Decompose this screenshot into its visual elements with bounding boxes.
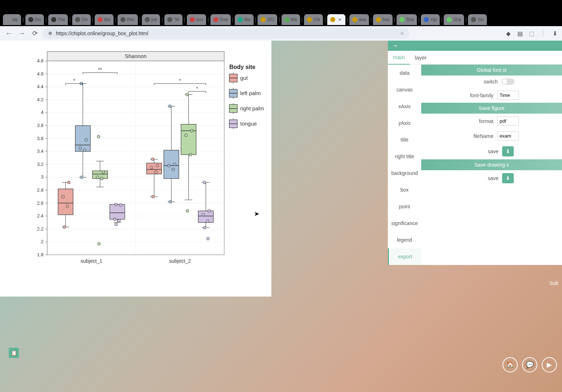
extension-icon[interactable]: ◆ bbox=[505, 30, 512, 37]
bilibili-fab[interactable]: ▶ bbox=[542, 357, 557, 372]
browser-tab[interactable]: Sha bbox=[444, 14, 464, 25]
svg-text:*: * bbox=[179, 78, 181, 83]
favicon-icon bbox=[98, 17, 103, 22]
font-family-select[interactable] bbox=[497, 91, 519, 100]
browser-tab[interactable]: Dis bbox=[25, 14, 44, 25]
sidemenu-title[interactable]: title bbox=[388, 131, 421, 148]
back-button[interactable]: ← bbox=[4, 28, 14, 38]
reader-icon[interactable]: ▤ bbox=[516, 30, 524, 37]
star-icon[interactable]: ☆ bbox=[399, 30, 405, 36]
browser-tab[interactable]: Bio bbox=[95, 14, 113, 25]
browser-tab[interactable]: idp bbox=[3, 14, 21, 25]
save-figure-button[interactable]: ⬇ bbox=[502, 146, 514, 156]
sidemenu-background[interactable]: background bbox=[388, 165, 421, 181]
page-content: Shannon1.822.22.42.62.833.23.43.63.844.2… bbox=[0, 41, 562, 392]
site-settings-icon[interactable]: ⚙ bbox=[47, 30, 53, 36]
tab-main[interactable]: main bbox=[388, 51, 410, 65]
svg-point-82 bbox=[96, 176, 99, 179]
svg-rect-135 bbox=[198, 211, 214, 222]
favicon-icon bbox=[471, 17, 476, 22]
sidemenu-significance[interactable]: significance bbox=[388, 215, 421, 232]
svg-rect-57 bbox=[58, 189, 73, 215]
tab-label: Chi bbox=[313, 17, 320, 22]
download-icon[interactable]: ⬇ bbox=[551, 30, 558, 37]
browser-tab[interactable]: Bio bbox=[235, 14, 253, 25]
svg-rect-78 bbox=[93, 171, 108, 179]
url-bar[interactable]: ⚙ https://chiplot.online/group_box_plot.… bbox=[43, 28, 409, 39]
clipboard-button[interactable]: 📋 bbox=[9, 348, 19, 358]
tab-label: Sha bbox=[453, 17, 461, 22]
chevron-down-icon bbox=[392, 42, 399, 49]
browser-tab[interactable]: joe bbox=[142, 14, 160, 25]
global-font-switch[interactable] bbox=[501, 78, 514, 85]
sidemenu-export[interactable]: export bbox=[388, 248, 421, 265]
filename-input[interactable] bbox=[497, 131, 519, 140]
sidemenu-canvas[interactable]: canvas bbox=[388, 81, 421, 98]
sidemenu-xAxis[interactable]: xAxis bbox=[388, 98, 421, 115]
svg-text:4.8: 4.8 bbox=[37, 58, 44, 64]
close-icon[interactable]: ✕ bbox=[338, 17, 341, 22]
tab-label: box bbox=[382, 17, 389, 22]
browser-tab[interactable]: Sin bbox=[468, 14, 487, 25]
sidemenu-right-title[interactable]: right title bbox=[388, 148, 421, 165]
favicon-icon bbox=[261, 17, 266, 22]
favicon-icon bbox=[213, 17, 218, 22]
tab-label: 202 bbox=[267, 17, 274, 22]
favicon-icon bbox=[167, 17, 172, 22]
puzzle-icon[interactable]: ⬚ bbox=[528, 30, 535, 37]
sidemenu-yAxis[interactable]: yAxis bbox=[388, 115, 421, 131]
svg-point-59 bbox=[63, 225, 66, 228]
svg-point-83 bbox=[102, 171, 105, 173]
browser-tab[interactable]: 202 bbox=[258, 14, 277, 25]
section-save-figure: Save figure bbox=[421, 103, 562, 114]
tab-label: exa bbox=[359, 17, 366, 22]
svg-point-81 bbox=[100, 177, 103, 180]
browser-tab[interactable]: Rec bbox=[118, 14, 138, 25]
sidemenu-point[interactable]: point bbox=[388, 198, 421, 215]
favicon-icon bbox=[28, 17, 33, 22]
favicon-icon bbox=[424, 17, 429, 22]
svg-text:3.6: 3.6 bbox=[37, 136, 44, 141]
browser-tab[interactable]: "M bbox=[164, 14, 182, 25]
collapse-header[interactable] bbox=[388, 41, 562, 51]
tab-label: Ove bbox=[220, 17, 228, 22]
section-save-drawing: Save drawing s bbox=[421, 159, 562, 170]
tab-label: Bio bbox=[244, 17, 250, 22]
svg-point-70 bbox=[83, 149, 86, 152]
sidemenu-data[interactable]: data bbox=[388, 65, 421, 81]
sidemenu-box[interactable]: box bbox=[388, 181, 421, 198]
browser-tab[interactable]: Ove bbox=[210, 14, 231, 25]
footer-subscribe[interactable]: Sub bbox=[549, 280, 558, 286]
wechat-fab[interactable]: 💬 bbox=[522, 357, 537, 372]
sidemenu-legend[interactable]: legend bbox=[388, 232, 421, 248]
browser-tab[interactable]: Alp bbox=[421, 14, 439, 25]
save2-label: save bbox=[469, 175, 499, 181]
svg-point-69 bbox=[80, 176, 83, 179]
browser-tab[interactable]: box bbox=[373, 14, 392, 25]
svg-point-62 bbox=[67, 181, 70, 184]
svg-rect-113 bbox=[164, 150, 179, 179]
browser-tab[interactable]: ✕ bbox=[327, 14, 345, 25]
home-fab[interactable]: 🏠 bbox=[502, 357, 518, 372]
browser-tab[interactable]: Chi bbox=[304, 14, 323, 25]
svg-point-108 bbox=[151, 158, 154, 161]
browser-tab[interactable]: Sha bbox=[397, 14, 417, 25]
save-drawing-button[interactable]: ⬇ bbox=[502, 173, 514, 183]
browser-tab[interactable]: exa bbox=[349, 14, 369, 25]
browser-tab[interactable]: Ma bbox=[282, 14, 300, 25]
svg-point-141 bbox=[203, 181, 206, 184]
browser-tab[interactable]: unv bbox=[187, 14, 206, 25]
svg-text:*: * bbox=[73, 78, 75, 83]
browser-tab[interactable]: DA bbox=[72, 14, 91, 25]
forward-button[interactable]: → bbox=[17, 28, 27, 38]
tab-layer[interactable]: layer bbox=[410, 51, 432, 65]
browser-tabstrip: idp|Dis|The|DA|Bio|Rec|joe|"M|unv|Ove|Bi… bbox=[0, 13, 562, 26]
reload-button[interactable]: ⟳ bbox=[30, 28, 40, 38]
svg-text:*: * bbox=[196, 86, 198, 91]
format-select[interactable] bbox=[497, 117, 519, 126]
favicon-icon bbox=[6, 17, 11, 22]
svg-point-60 bbox=[66, 205, 69, 208]
browser-tab[interactable]: The bbox=[48, 14, 68, 25]
mouse-cursor-icon: ➤ bbox=[254, 210, 259, 218]
tab-label: idp bbox=[12, 17, 18, 22]
